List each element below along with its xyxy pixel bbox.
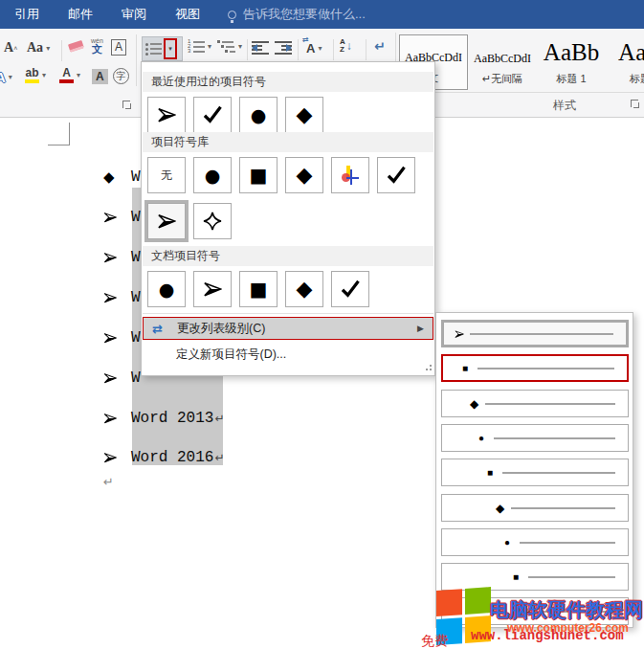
bullet-arrow-icon <box>103 412 117 425</box>
highlight-color-button[interactable]: ab ▾ <box>25 67 46 83</box>
bullet-tile-arrow[interactable] <box>147 97 186 133</box>
divider <box>298 39 299 60</box>
paragraph-marks-icon: ↵ <box>374 38 386 54</box>
change-case-icon: Aa <box>27 40 43 56</box>
bullet-circle-icon: ● <box>251 106 267 124</box>
bullet-arrow-icon <box>103 371 117 385</box>
styles-group-label: 样式 <box>553 98 576 114</box>
bullet-tile-diamond[interactable]: ◆ <box>285 97 323 133</box>
list-item-text: W <box>131 209 141 226</box>
asian-layout-button[interactable]: ⇄A ▾ <box>306 41 322 56</box>
bullet-arrow-icon <box>103 291 117 304</box>
ribbon-tab-引用[interactable]: 引用 <box>0 0 54 29</box>
list-item-text: Word 2016↵ <box>131 449 224 466</box>
bullet-circle-icon: ● <box>478 433 484 443</box>
list-level-option-4[interactable]: ● <box>441 424 629 452</box>
level-bullet: ◆ <box>470 398 478 410</box>
level-bullet: ● <box>504 538 510 548</box>
style-label: 标题 1 <box>556 72 586 86</box>
numbering-button[interactable]: 1 2 3 ▾ <box>188 40 211 53</box>
paragraph-dialog-launcher[interactable] <box>122 101 131 109</box>
site-watermark: 电脑软硬件教程网 www.computer26.com www.liangshu… <box>429 584 644 649</box>
style-tile-1[interactable]: AaBbCcDdI↵无间隔 <box>468 34 537 90</box>
font-color-button[interactable]: A ▾ <box>59 67 80 83</box>
bullet-tile-check[interactable] <box>193 97 232 133</box>
bullet-square-icon: ■ <box>487 467 493 478</box>
style-tile-3[interactable]: AaB标题 <box>606 34 644 90</box>
multilevel-list-icon <box>217 40 235 53</box>
bullet-tile-diamond[interactable]: ◆ <box>285 157 323 193</box>
bullets-dropdown-arrow[interactable]: ▾ <box>164 38 177 59</box>
bullet-check-icon <box>203 105 222 124</box>
bullet-tile-arrow[interactable] <box>193 271 232 307</box>
list-level-option-2[interactable]: ■ <box>441 354 629 382</box>
define-new-bullet-item[interactable]: 定义新项目符号(D)... <box>143 343 433 366</box>
character-border-button[interactable]: A <box>111 39 126 56</box>
bullet-tile-none[interactable]: 无 <box>147 157 186 193</box>
list-level-option-5[interactable]: ■ <box>441 459 629 486</box>
tell-me-search[interactable]: 告诉我您想要做什么... <box>228 6 366 23</box>
bullet-tile-circle[interactable]: ● <box>239 97 278 133</box>
phonetic-guide-button[interactable]: wén 文 <box>91 37 103 55</box>
phonetic-icon: wén 文 <box>91 37 103 55</box>
clear-formatting-button[interactable] <box>69 42 83 51</box>
list-bullet-icon <box>103 331 117 345</box>
change-case-button[interactable]: Aa▾ <box>27 40 50 56</box>
styles-dialog-launcher[interactable] <box>631 100 639 108</box>
list-level-option-3[interactable]: ◆ <box>441 390 629 417</box>
character-border-icon: A <box>111 39 126 56</box>
bullets-button[interactable]: ▾ <box>142 36 183 61</box>
eraser-icon <box>68 40 84 53</box>
bullet-tile-check[interactable] <box>331 271 369 307</box>
ribbon-tab-审阅[interactable]: 审阅 <box>107 0 161 29</box>
divider <box>247 39 248 60</box>
group-divider <box>136 34 137 86</box>
bullet-tile-square[interactable]: ■ <box>239 157 278 193</box>
style-tile-2[interactable]: AaBb标题 1 <box>537 34 606 90</box>
bullet-circle-icon: ● <box>205 167 221 185</box>
decrease-indent-button[interactable] <box>252 41 269 55</box>
tell-me-label: 告诉我您想要做什么... <box>243 6 366 23</box>
bullet-arrow-icon <box>455 329 464 339</box>
bullet-tile-circle[interactable]: ● <box>147 271 186 307</box>
show-marks-button[interactable]: ↵ <box>374 38 386 54</box>
list-level-option-6[interactable]: ◆ <box>441 494 629 522</box>
chevron-down-icon: ▾ <box>77 71 80 79</box>
bullet-tile-colorful[interactable] <box>331 157 369 193</box>
list-bullet-icon: ◆ <box>103 168 115 186</box>
bullet-star-icon <box>203 212 222 231</box>
bullet-square-icon: ■ <box>250 280 268 299</box>
level-bullet <box>455 329 464 339</box>
bullet-tile-diamond[interactable]: ◆ <box>285 271 323 307</box>
bullet-tile-arrow[interactable] <box>147 203 186 239</box>
change-list-level-item[interactable]: ⇄ 更改列表级别(C) ▶ <box>143 317 433 340</box>
chevron-down-icon: ▾ <box>238 42 242 51</box>
sort-button[interactable]: AZ ↓ <box>340 38 352 54</box>
list-bullet-icon <box>103 211 117 224</box>
resize-grip-icon[interactable] <box>424 365 432 372</box>
shrink-font-button[interactable]: A˄ <box>4 40 17 56</box>
ribbon-tab-邮件[interactable]: 邮件 <box>54 0 107 29</box>
list-level-option-1[interactable] <box>441 320 629 347</box>
enclose-characters-button[interactable]: 字 <box>113 68 129 84</box>
dialog-launcher-icon <box>122 101 131 109</box>
level-bullet: ■ <box>462 364 468 373</box>
text-effects-button[interactable]: A▾ <box>0 69 12 85</box>
paragraph-mark: ↵ <box>214 412 224 425</box>
bullet-tile-square[interactable]: ■ <box>239 271 278 307</box>
bullet-tile-check[interactable] <box>377 157 415 193</box>
increase-indent-button[interactable] <box>275 41 292 55</box>
ribbon-tab-视图[interactable]: 视图 <box>161 0 214 29</box>
bullet-tile-circle[interactable]: ● <box>193 157 232 193</box>
bullet-circle-icon: ● <box>159 280 175 299</box>
page-corner-mark <box>48 123 70 145</box>
list-level-option-7[interactable]: ● <box>441 528 629 556</box>
multilevel-list-button[interactable]: ▾ <box>217 40 242 53</box>
bullet-arrow-icon <box>157 105 176 124</box>
level-text-line <box>485 403 615 405</box>
bullet-tile-star4[interactable] <box>193 203 232 239</box>
list-bullet-icon <box>103 451 117 464</box>
bullet-circle-icon: ● <box>504 537 510 548</box>
character-shading-button[interactable]: A <box>92 69 108 84</box>
bullet-diamond-icon: ◆ <box>496 502 504 515</box>
